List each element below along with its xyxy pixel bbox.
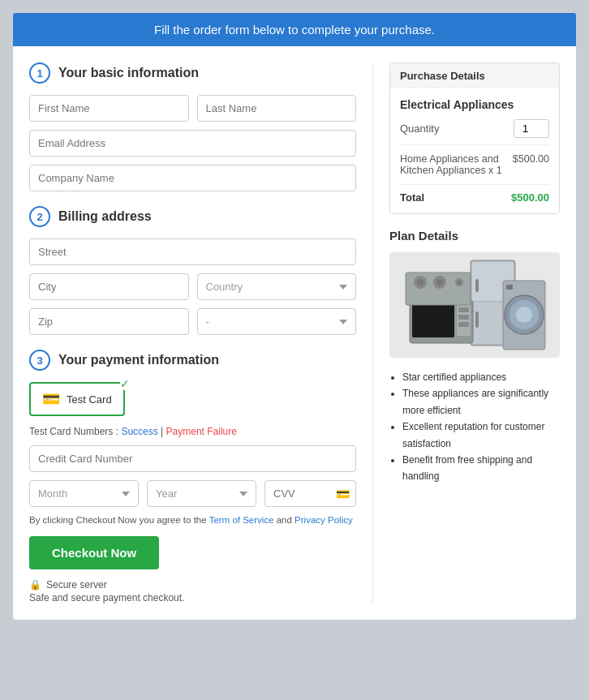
svg-rect-4 [475,311,479,328]
month-select[interactable]: Month 010203 040506 070809 101112 [29,480,139,507]
left-panel: 1 Your basic information 2 Billing addre… [29,62,373,603]
plan-feature-item: Star certified appliances [402,369,560,385]
street-input[interactable] [29,238,356,265]
section1-number: 1 [29,62,50,84]
price-row: Home Appliances and Kitchen Appliances x… [400,153,549,176]
quantity-row: Quantity [400,119,549,145]
plan-features: Star certified appliancesThese appliance… [389,369,560,485]
quantity-label: Quantity [400,122,439,135]
test-card-label: Test Card Numbers : [29,426,118,437]
cc-number-input[interactable] [29,445,356,472]
email-input[interactable] [29,130,356,157]
appliances-svg [398,256,552,354]
city-input[interactable] [29,273,189,300]
main-card: 1 Your basic information 2 Billing addre… [13,46,576,620]
and-text: and [277,515,292,525]
city-country-row: Country [29,273,356,300]
svg-point-22 [458,281,462,285]
secure-label: Secure server [46,579,107,590]
total-value: $500.00 [511,191,549,204]
purchase-details-title: Purchase Details [390,63,559,88]
price-value: $500.00 [513,153,549,176]
country-select[interactable]: Country [197,273,357,300]
privacy-link[interactable]: Privacy Policy [294,515,353,525]
secure-sub: Safe and secure payment checkout. [29,592,356,603]
test-card-note: Test Card Numbers : Success | Payment Fa… [29,426,356,437]
section1-title: Your basic information [58,66,199,80]
first-name-input[interactable] [29,95,189,122]
section2-title: Billing address [58,209,152,224]
check-icon: ✓ [120,377,130,390]
plan-details: Plan Details [389,229,560,485]
purchase-details-box: Purchase Details Electrical Appliances Q… [389,62,560,214]
section3-header: 3 Your payment information [29,350,356,371]
failure-link[interactable]: Payment Failure [166,426,237,437]
svg-rect-9 [506,285,513,290]
svg-point-8 [516,307,532,323]
lock-icon: 🔒 [29,579,41,590]
plan-details-title: Plan Details [389,229,560,243]
total-label: Total [400,191,424,204]
plan-feature-item: These appliances are significantly more … [402,385,560,419]
banner-text: Fill the order form below to complete yo… [154,23,435,37]
plan-image [389,252,560,358]
success-link[interactable]: Success [121,426,157,437]
quantity-input[interactable] [514,119,549,138]
card-option[interactable]: 💳 Test Card ✓ [29,382,125,416]
svg-rect-13 [458,307,469,312]
total-row: Total $500.00 [400,184,549,204]
plan-feature-item: Benefit from free shipping and handling [402,452,560,485]
product-name: Electrical Appliances [400,98,549,111]
expiry-cvv-row: Month 010203 040506 070809 101112 Year 2… [29,480,356,507]
svg-rect-3 [475,279,479,292]
credit-card-icon: 💳 [42,390,60,408]
plan-feature-item: Excellent reputation for customer satisf… [402,419,560,452]
company-row [29,165,356,191]
svg-rect-11 [412,303,454,337]
terms-prefix: By clicking Checkout Now you agree to th… [29,515,207,525]
year-select[interactable]: Year 202420252026 202720282029 [147,480,256,507]
zip-state-row: - [29,308,356,335]
street-row [29,238,356,265]
right-panel: Purchase Details Electrical Appliances Q… [373,62,560,603]
card-label: Test Card [67,393,112,406]
svg-point-20 [436,279,443,286]
secure-note: 🔒 Secure server [29,579,356,590]
top-banner: Fill the order form below to complete yo… [13,13,576,46]
section2-number: 2 [29,206,50,227]
email-row [29,130,356,157]
cvv-card-icon: 💳 [336,487,350,500]
state-select[interactable]: - [197,308,357,335]
page-wrapper: Fill the order form below to complete yo… [13,13,576,620]
cvv-wrap: 💳 [264,480,356,507]
terms-link[interactable]: Term of Service [209,515,274,525]
cc-number-row [29,445,356,472]
zip-input[interactable] [29,308,189,335]
svg-point-18 [417,279,423,286]
price-description: Home Appliances and Kitchen Appliances x… [400,153,513,176]
section2-header: 2 Billing address [29,206,356,227]
svg-rect-15 [458,322,469,327]
terms-text: By clicking Checkout Now you agree to th… [29,515,356,525]
name-row [29,95,356,122]
section3-number: 3 [29,350,50,371]
checkout-button[interactable]: Checkout Now [29,536,159,569]
svg-rect-14 [458,315,469,320]
last-name-input[interactable] [197,95,357,122]
section3-title: Your payment information [58,353,219,367]
company-input[interactable] [29,165,356,191]
section1-header: 1 Your basic information [29,62,356,84]
